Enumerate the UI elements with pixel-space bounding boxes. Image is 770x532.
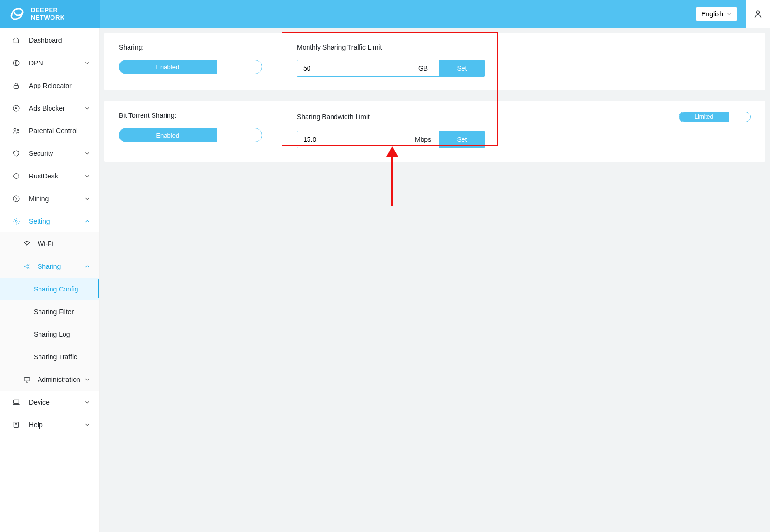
limited-label: Limited [679,112,729,122]
wifi-icon [23,240,31,248]
svg-rect-2 [14,85,18,88]
sidebar-item-ads-blocker[interactable]: Ads Blocker [0,97,99,119]
people-icon [13,127,20,135]
gear-icon [13,217,20,225]
sharing-toggle[interactable]: Enabled [119,60,262,74]
svg-point-12 [28,267,29,269]
sidebar-item-sharing-config[interactable]: Sharing Config [0,278,99,300]
traffic-limit-set-button[interactable]: Set [439,60,485,77]
chevron-down-icon [84,399,90,405]
app-header: DEEPER NETWORK English [0,0,770,28]
chevron-down-icon [84,60,90,66]
traffic-limit-group: GB Set [297,60,485,77]
laptop-icon [13,398,20,406]
chevron-down-icon [84,173,90,179]
svg-point-6 [14,173,19,178]
svg-point-9 [26,245,27,246]
toggle-enabled-label: Enabled [119,128,217,142]
sidebar-item-sharing-traffic[interactable]: Sharing Traffic [0,345,99,368]
chevron-down-icon [84,150,90,157]
svg-point-8 [15,220,17,222]
chevron-down-icon [84,376,90,383]
coin-icon [13,195,20,203]
monitor-icon [23,376,31,383]
sidebar-item-dpn[interactable]: DPN [0,51,99,74]
sharing-label: Sharing: [119,43,268,51]
bandwidth-label: Sharing Bandwidth Limit [297,113,370,121]
sidebar-item-wifi[interactable]: Wi-Fi [0,232,99,255]
svg-rect-14 [14,400,19,403]
bandwidth-unit: Mbps [407,131,439,148]
sharing-subpanel: Sharing Config Sharing Filter Sharing Lo… [0,278,99,368]
sidebar: Dashboard DPN App Relocator Ads Blocker … [0,28,100,532]
chevron-down-icon [84,195,90,202]
sharing-card: Sharing: Enabled Monthly Sharing Traffic… [104,33,765,90]
sidebar-item-dashboard[interactable]: Dashboard [0,29,99,51]
svg-point-5 [17,129,19,131]
toggle-off-side [217,60,262,74]
brand: DEEPER NETWORK [0,0,100,28]
ads-icon [13,104,20,112]
svg-point-0 [757,11,760,14]
circle-icon [13,172,20,180]
setting-subpanel: Wi-Fi Sharing Sharing Config Sharing Fil… [0,232,99,391]
svg-point-4 [14,128,16,130]
svg-point-10 [25,266,26,267]
language-select[interactable]: English [696,7,737,21]
sidebar-item-security[interactable]: Security [0,142,99,165]
bandwidth-set-button[interactable]: Set [439,131,485,148]
traffic-limit-label: Monthly Sharing Traffic Limit [297,43,751,51]
sidebar-item-parental-control[interactable]: Parental Control [0,119,99,142]
switch-knob [729,112,750,122]
content-area: Sharing: Enabled Monthly Sharing Traffic… [100,28,770,532]
bittorrent-label: Bit Torrent Sharing: [119,112,268,119]
sidebar-item-sharing[interactable]: Sharing [0,255,99,278]
bandwidth-limited-switch[interactable]: Limited [679,112,751,122]
user-menu[interactable] [746,0,770,28]
chevron-down-icon [726,11,732,17]
lock-icon [13,82,20,89]
sidebar-item-mining[interactable]: Mining [0,187,99,210]
traffic-limit-input[interactable] [297,60,407,77]
sidebar-item-sharing-log[interactable]: Sharing Log [0,323,99,345]
sidebar-item-device[interactable]: Device [0,391,99,413]
shield-icon [13,150,20,157]
chevron-up-icon [84,263,90,270]
globe-icon [13,59,20,67]
sidebar-item-help[interactable]: Help [0,413,99,436]
bittorrent-card: Bit Torrent Sharing: Enabled Sharing Ban… [104,101,765,162]
sidebar-item-rustdesk[interactable]: RustDesk [0,165,99,187]
sidebar-item-app-relocator[interactable]: App Relocator [0,74,99,97]
brand-logo-icon [9,6,25,22]
language-label: English [701,10,723,18]
user-icon [753,9,763,19]
svg-point-11 [28,264,29,265]
book-icon [13,421,20,429]
sidebar-item-setting[interactable]: Setting [0,210,99,232]
bandwidth-input[interactable] [297,131,407,148]
toggle-enabled-label: Enabled [119,60,217,74]
bandwidth-group: Mbps Set [297,131,485,148]
svg-rect-13 [24,377,30,381]
home-icon [13,37,20,44]
svg-point-7 [13,196,19,202]
traffic-limit-unit: GB [407,60,439,77]
brand-text: DEEPER NETWORK [31,6,65,22]
chevron-down-icon [84,105,90,112]
toggle-off-side [217,128,262,142]
chevron-down-icon [84,421,90,428]
sidebar-item-sharing-filter[interactable]: Sharing Filter [0,300,99,323]
share-icon [23,263,31,270]
sidebar-item-administration[interactable]: Administration [0,368,99,391]
bittorrent-toggle[interactable]: Enabled [119,128,262,142]
chevron-up-icon [84,218,90,225]
